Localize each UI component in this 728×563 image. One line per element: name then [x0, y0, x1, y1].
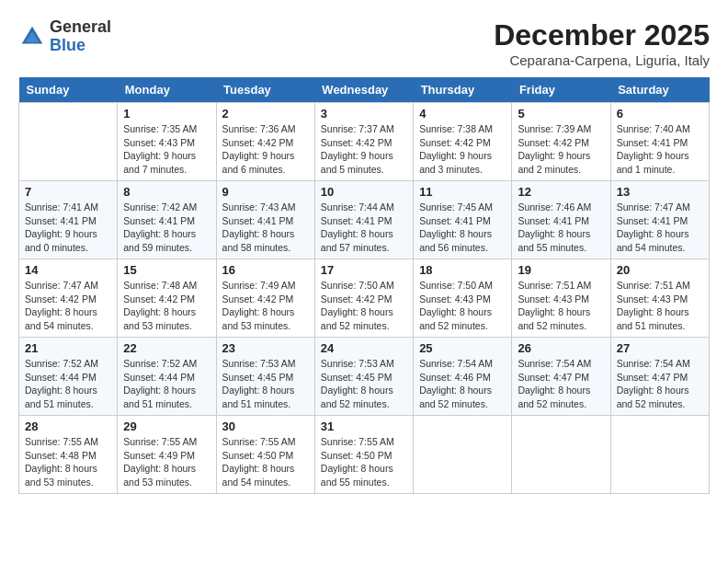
- day-number: 4: [419, 107, 506, 121]
- calendar-cell: [512, 416, 610, 494]
- location: Ceparana-Carpena, Liguria, Italy: [494, 52, 710, 68]
- calendar-cell: 2Sunrise: 7:36 AM Sunset: 4:42 PM Daylig…: [216, 103, 314, 181]
- logo-general-text: General: [50, 17, 111, 36]
- calendar-cell: 18Sunrise: 7:50 AM Sunset: 4:43 PM Dayli…: [414, 259, 512, 338]
- calendar-cell: 12Sunrise: 7:46 AM Sunset: 4:41 PM Dayli…: [512, 181, 610, 259]
- day-number: 18: [419, 263, 506, 277]
- calendar-week-row: 7Sunrise: 7:41 AM Sunset: 4:41 PM Daylig…: [19, 181, 710, 259]
- day-info: Sunrise: 7:53 AM Sunset: 4:45 PM Dayligh…: [222, 357, 309, 411]
- day-number: 17: [321, 263, 407, 277]
- day-info: Sunrise: 7:41 AM Sunset: 4:41 PM Dayligh…: [25, 201, 111, 255]
- day-info: Sunrise: 7:55 AM Sunset: 4:50 PM Dayligh…: [321, 435, 407, 489]
- calendar-cell: 24Sunrise: 7:53 AM Sunset: 4:45 PM Dayli…: [314, 338, 413, 416]
- logo: General Blue: [18, 18, 111, 55]
- calendar-cell: 29Sunrise: 7:55 AM Sunset: 4:49 PM Dayli…: [118, 416, 216, 494]
- day-number: 25: [419, 341, 506, 355]
- day-number: 29: [123, 419, 210, 433]
- day-info: Sunrise: 7:50 AM Sunset: 4:43 PM Dayligh…: [419, 279, 506, 333]
- calendar-cell: [19, 103, 118, 181]
- calendar-cell: 5Sunrise: 7:39 AM Sunset: 4:42 PM Daylig…: [512, 103, 610, 181]
- calendar-cell: 21Sunrise: 7:52 AM Sunset: 4:44 PM Dayli…: [19, 338, 118, 416]
- day-number: 24: [321, 341, 407, 355]
- calendar-body: 1Sunrise: 7:35 AM Sunset: 4:43 PM Daylig…: [19, 103, 710, 494]
- calendar-cell: 16Sunrise: 7:49 AM Sunset: 4:42 PM Dayli…: [216, 259, 314, 338]
- calendar-cell: 31Sunrise: 7:55 AM Sunset: 4:50 PM Dayli…: [314, 416, 413, 494]
- page-header: General Blue December 2025 Ceparana-Carp…: [18, 18, 710, 68]
- weekday-header-friday: Friday: [512, 77, 610, 103]
- calendar-table: SundayMondayTuesdayWednesdayThursdayFrid…: [18, 77, 710, 494]
- day-info: Sunrise: 7:50 AM Sunset: 4:42 PM Dayligh…: [321, 279, 407, 333]
- calendar-header: SundayMondayTuesdayWednesdayThursdayFrid…: [19, 77, 710, 103]
- day-info: Sunrise: 7:37 AM Sunset: 4:42 PM Dayligh…: [321, 122, 407, 177]
- calendar-week-row: 14Sunrise: 7:47 AM Sunset: 4:42 PM Dayli…: [19, 259, 710, 338]
- calendar-cell: [414, 416, 512, 494]
- day-number: 19: [518, 263, 604, 277]
- day-info: Sunrise: 7:52 AM Sunset: 4:44 PM Dayligh…: [25, 357, 111, 411]
- day-number: 1: [123, 107, 210, 121]
- calendar-cell: 25Sunrise: 7:54 AM Sunset: 4:46 PM Dayli…: [414, 338, 512, 416]
- day-info: Sunrise: 7:53 AM Sunset: 4:45 PM Dayligh…: [321, 357, 407, 411]
- day-info: Sunrise: 7:51 AM Sunset: 4:43 PM Dayligh…: [617, 279, 703, 333]
- day-number: 22: [123, 341, 210, 355]
- calendar-cell: 23Sunrise: 7:53 AM Sunset: 4:45 PM Dayli…: [216, 338, 314, 416]
- day-info: Sunrise: 7:39 AM Sunset: 4:42 PM Dayligh…: [518, 122, 604, 177]
- day-number: 27: [617, 341, 703, 355]
- day-number: 11: [419, 185, 506, 199]
- title-block: December 2025 Ceparana-Carpena, Liguria,…: [494, 18, 710, 68]
- day-info: Sunrise: 7:54 AM Sunset: 4:47 PM Dayligh…: [518, 357, 604, 411]
- weekday-header-thursday: Thursday: [414, 77, 512, 103]
- calendar-week-row: 28Sunrise: 7:55 AM Sunset: 4:48 PM Dayli…: [19, 416, 710, 494]
- month-title: December 2025: [494, 18, 710, 52]
- day-number: 14: [25, 263, 111, 277]
- day-number: 16: [222, 263, 309, 277]
- day-info: Sunrise: 7:54 AM Sunset: 4:47 PM Dayligh…: [617, 357, 703, 411]
- calendar-cell: 20Sunrise: 7:51 AM Sunset: 4:43 PM Dayli…: [610, 259, 709, 338]
- calendar-cell: [610, 416, 709, 494]
- calendar-cell: 27Sunrise: 7:54 AM Sunset: 4:47 PM Dayli…: [610, 338, 709, 416]
- weekday-header-wednesday: Wednesday: [314, 77, 413, 103]
- calendar-cell: 6Sunrise: 7:40 AM Sunset: 4:41 PM Daylig…: [610, 103, 709, 181]
- calendar-cell: 15Sunrise: 7:48 AM Sunset: 4:42 PM Dayli…: [118, 259, 216, 338]
- day-number: 31: [321, 419, 407, 433]
- day-number: 6: [617, 107, 703, 121]
- calendar-cell: 9Sunrise: 7:43 AM Sunset: 4:41 PM Daylig…: [216, 181, 314, 259]
- day-number: 7: [25, 185, 111, 199]
- calendar-cell: 13Sunrise: 7:47 AM Sunset: 4:41 PM Dayli…: [610, 181, 709, 259]
- day-info: Sunrise: 7:38 AM Sunset: 4:42 PM Dayligh…: [419, 122, 506, 177]
- calendar-cell: 26Sunrise: 7:54 AM Sunset: 4:47 PM Dayli…: [512, 338, 610, 416]
- day-number: 2: [222, 107, 309, 121]
- weekday-header-saturday: Saturday: [610, 77, 709, 103]
- day-info: Sunrise: 7:52 AM Sunset: 4:44 PM Dayligh…: [123, 357, 210, 411]
- calendar-cell: 22Sunrise: 7:52 AM Sunset: 4:44 PM Dayli…: [118, 338, 216, 416]
- day-number: 9: [222, 185, 309, 199]
- logo-blue-text: Blue: [50, 36, 85, 54]
- calendar-week-row: 21Sunrise: 7:52 AM Sunset: 4:44 PM Dayli…: [19, 338, 710, 416]
- day-info: Sunrise: 7:40 AM Sunset: 4:41 PM Dayligh…: [617, 122, 703, 177]
- day-info: Sunrise: 7:49 AM Sunset: 4:42 PM Dayligh…: [222, 279, 309, 333]
- weekday-header-sunday: Sunday: [19, 77, 118, 103]
- calendar-cell: 3Sunrise: 7:37 AM Sunset: 4:42 PM Daylig…: [314, 103, 413, 181]
- day-info: Sunrise: 7:51 AM Sunset: 4:43 PM Dayligh…: [518, 279, 604, 333]
- day-number: 15: [123, 263, 210, 277]
- day-number: 23: [222, 341, 309, 355]
- calendar-cell: 19Sunrise: 7:51 AM Sunset: 4:43 PM Dayli…: [512, 259, 610, 338]
- day-info: Sunrise: 7:43 AM Sunset: 4:41 PM Dayligh…: [222, 201, 309, 255]
- calendar-cell: 7Sunrise: 7:41 AM Sunset: 4:41 PM Daylig…: [19, 181, 118, 259]
- day-info: Sunrise: 7:47 AM Sunset: 4:41 PM Dayligh…: [617, 201, 703, 255]
- day-number: 26: [518, 341, 604, 355]
- day-info: Sunrise: 7:54 AM Sunset: 4:46 PM Dayligh…: [419, 357, 506, 411]
- day-number: 20: [617, 263, 703, 277]
- day-number: 13: [617, 185, 703, 199]
- calendar-cell: 30Sunrise: 7:55 AM Sunset: 4:50 PM Dayli…: [216, 416, 314, 494]
- calendar-cell: 28Sunrise: 7:55 AM Sunset: 4:48 PM Dayli…: [19, 416, 118, 494]
- day-info: Sunrise: 7:47 AM Sunset: 4:42 PM Dayligh…: [25, 279, 111, 333]
- day-info: Sunrise: 7:42 AM Sunset: 4:41 PM Dayligh…: [123, 201, 210, 255]
- day-info: Sunrise: 7:55 AM Sunset: 4:48 PM Dayligh…: [25, 435, 111, 489]
- logo-icon: [18, 23, 46, 51]
- day-info: Sunrise: 7:46 AM Sunset: 4:41 PM Dayligh…: [518, 201, 604, 255]
- calendar-cell: 14Sunrise: 7:47 AM Sunset: 4:42 PM Dayli…: [19, 259, 118, 338]
- day-info: Sunrise: 7:55 AM Sunset: 4:50 PM Dayligh…: [222, 435, 309, 489]
- day-info: Sunrise: 7:48 AM Sunset: 4:42 PM Dayligh…: [123, 279, 210, 333]
- day-info: Sunrise: 7:35 AM Sunset: 4:43 PM Dayligh…: [123, 122, 210, 177]
- calendar-week-row: 1Sunrise: 7:35 AM Sunset: 4:43 PM Daylig…: [19, 103, 710, 181]
